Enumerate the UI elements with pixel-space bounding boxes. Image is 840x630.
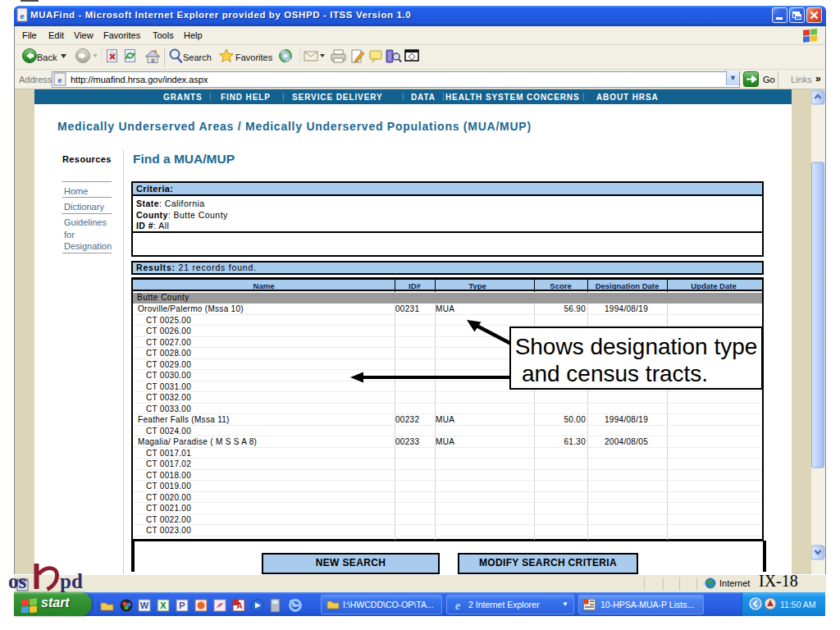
svg-text:A: A [236, 601, 242, 610]
svg-text:e: e [455, 599, 461, 611]
svg-text:P: P [179, 600, 185, 610]
svg-text:pd: pd [60, 570, 83, 592]
svg-text:e: e [58, 75, 62, 84]
svg-text:W: W [140, 600, 149, 610]
svg-text:os: os [8, 570, 27, 592]
svg-text:e: e [21, 11, 25, 21]
svg-text:X: X [160, 600, 167, 610]
